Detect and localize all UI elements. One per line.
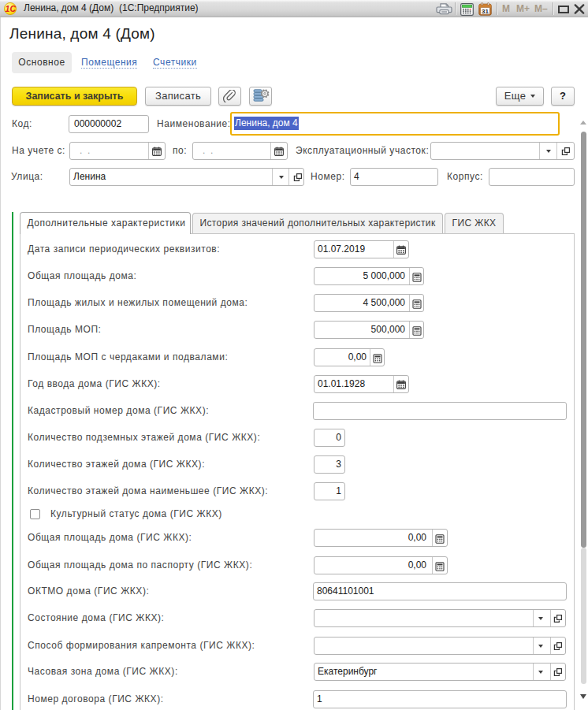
svg-text:1С: 1С — [6, 4, 17, 13]
svg-text:31: 31 — [482, 8, 489, 15]
